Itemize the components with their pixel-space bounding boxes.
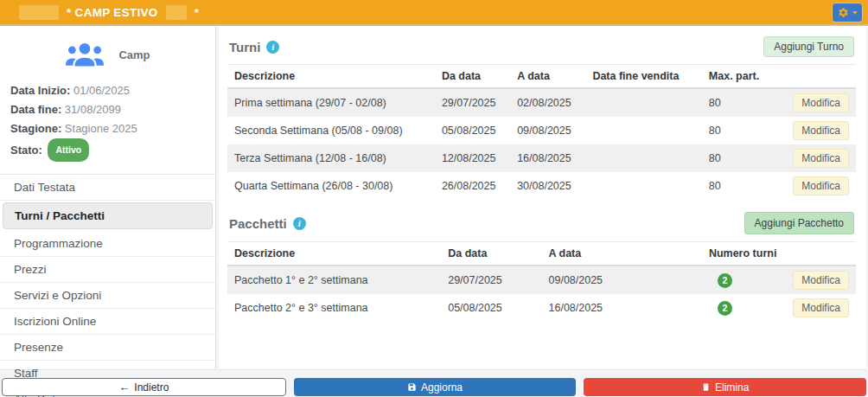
sidebar-item-programmazione[interactable]: Programmazione <box>0 231 215 257</box>
column-header: A data <box>510 65 585 89</box>
save-icon <box>407 382 417 392</box>
cell-da-data: 26/08/2025 <box>435 172 510 200</box>
app-title-star: * <box>195 6 200 19</box>
settings-dropdown-button[interactable] <box>832 3 863 22</box>
app-title: * CAMP ESTIVO <box>67 6 158 19</box>
sidebar-item-prezzi[interactable]: Prezzi <box>0 257 215 283</box>
camp-header: Camp <box>0 29 215 80</box>
cell-data-fine-vendita <box>585 172 701 200</box>
cell-da-data: 29/07/2025 <box>441 266 541 294</box>
sidebar-item-turni-pacchetti[interactable]: Turni / Pacchetti <box>3 202 213 229</box>
info-label: Data fine: <box>10 103 61 116</box>
cell-max-part: 80 <box>702 117 790 144</box>
table-row: Terza Settimana (12/08 - 16/08) 12/08/20… <box>227 144 856 172</box>
sidebar: Camp Data Inizio: 01/06/2025 Data fine: … <box>0 26 216 370</box>
cell-descrizione: Seconda Settimana (05/08 - 09/08) <box>227 117 435 144</box>
pacchetti-section-head: Pacchetti i Aggiungi Pacchetto <box>229 212 854 234</box>
table-row: Prima settimana (29/07 - 02/08) 29/07/20… <box>227 88 856 117</box>
modifica-button[interactable]: Modifica <box>793 121 849 140</box>
content-area: Camp Data Inizio: 01/06/2025 Data fine: … <box>0 26 868 370</box>
sidebar-item-presenze[interactable]: Presenze <box>0 335 215 361</box>
cell-data-fine-vendita <box>585 117 701 144</box>
cell-descrizione: Pacchetto 1° e 2° settimana <box>227 266 441 294</box>
column-header-actions <box>790 242 856 266</box>
cell-a-data: 16/08/2025 <box>542 294 702 322</box>
app-title-group: * CAMP ESTIVO * <box>19 5 199 20</box>
info-label: Data Inizio: <box>10 84 70 97</box>
cell-da-data: 05/08/2025 <box>441 294 541 322</box>
back-button[interactable]: ← Indietro <box>2 378 286 396</box>
table-row: Pacchetto 2° e 3° settimana 05/08/2025 1… <box>227 294 856 322</box>
table-row: Seconda Settimana (05/08 - 09/08) 05/08/… <box>227 117 856 144</box>
column-header-actions <box>790 65 856 89</box>
cell-data-fine-vendita <box>585 88 701 117</box>
info-line-data-fine: Data fine: 31/08/2099 <box>10 100 205 119</box>
info-icon[interactable]: i <box>266 41 279 54</box>
redacted-text-block <box>166 5 187 20</box>
cell-max-part: 80 <box>702 144 790 172</box>
pacchetti-title: Pacchetti i <box>229 216 306 231</box>
sidebar-item-dati-testata[interactable]: Dati Testata <box>0 175 215 201</box>
pacchetti-title-text: Pacchetti <box>229 216 287 231</box>
cell-descrizione: Prima settimana (29/07 - 02/08) <box>227 88 435 117</box>
users-group-icon <box>65 41 105 68</box>
info-line-stato: Stato: Attivo <box>10 138 205 162</box>
pacchetti-header-row: Descrizione Da data A data Numero turni <box>227 242 856 266</box>
chevron-down-icon <box>852 11 858 15</box>
cell-data-fine-vendita <box>585 144 701 172</box>
column-header: Da data <box>435 65 510 89</box>
gear-icon <box>838 7 849 18</box>
column-header: Da data <box>441 242 541 266</box>
cell-da-data: 12/08/2025 <box>435 144 510 172</box>
cell-descrizione: Terza Settimana (12/08 - 16/08) <box>227 144 435 172</box>
cell-descrizione: Quarta Settimana (26/08 - 30/08) <box>227 172 435 200</box>
cell-max-part: 80 <box>702 88 790 117</box>
table-row: Quarta Settimana (26/08 - 30/08) 26/08/2… <box>227 172 856 200</box>
info-line-stagione: Stagione: Stagione 2025 <box>10 119 205 138</box>
turni-title-text: Turni <box>229 40 260 54</box>
update-button-label: Aggiorna <box>421 381 463 394</box>
add-pacchetto-button[interactable]: Aggiungi Pacchetto <box>744 212 854 234</box>
info-icon[interactable]: i <box>293 217 306 230</box>
update-button[interactable]: Aggiorna <box>294 378 577 396</box>
turni-header-row: Descrizione Da data A data Data fine ven… <box>227 65 856 89</box>
cell-da-data: 05/08/2025 <box>435 117 510 144</box>
add-turno-button[interactable]: Aggiungi Turno <box>763 36 854 57</box>
column-header: Descrizione <box>227 65 435 89</box>
column-header: A data <box>542 242 702 266</box>
modifica-button[interactable]: Modifica <box>793 271 849 290</box>
trash-icon <box>701 382 711 392</box>
info-value: Stagione 2025 <box>65 122 137 135</box>
cell-descrizione: Pacchetto 2° e 3° settimana <box>227 294 441 322</box>
column-header: Max. part. <box>702 65 790 89</box>
footer-button-bar: ← Indietro Aggiorna Elimina <box>2 378 866 396</box>
pacchetti-section: Pacchetti i Aggiungi Pacchetto Descrizio… <box>227 212 856 322</box>
sidebar-nav: Dati Testata Turni / Pacchetti Programma… <box>0 175 215 397</box>
back-button-label: Indietro <box>134 381 169 394</box>
cell-max-part: 80 <box>702 172 790 200</box>
column-header: Descrizione <box>227 242 441 266</box>
cell-a-data: 02/08/2025 <box>510 88 585 117</box>
column-header: Numero turni <box>702 242 790 266</box>
modifica-button[interactable]: Modifica <box>793 93 849 112</box>
numero-turni-badge: 2 <box>718 301 732 316</box>
back-arrow-icon: ← <box>118 381 130 393</box>
table-row: Pacchetto 1° e 2° settimana 29/07/2025 0… <box>227 266 856 294</box>
modifica-button[interactable]: Modifica <box>793 176 849 195</box>
sidebar-item-servizi-e-opzioni[interactable]: Servizi e Opzioni <box>0 283 215 309</box>
info-line-data-inizio: Data Inizio: 01/06/2025 <box>10 81 205 100</box>
camp-info-block: Data Inizio: 01/06/2025 Data fine: 31/08… <box>0 80 215 167</box>
status-badge: Attivo <box>48 138 89 162</box>
sidebar-item-iscrizioni-online[interactable]: Iscrizioni Online <box>0 309 215 335</box>
pacchetti-table: Descrizione Da data A data Numero turni … <box>227 241 856 322</box>
column-header: Data fine vendita <box>585 65 701 89</box>
turni-section-head: Turni i Aggiungi Turno <box>229 36 854 57</box>
modifica-button[interactable]: Modifica <box>793 298 849 317</box>
delete-button[interactable]: Elimina <box>584 378 866 396</box>
app-header: * CAMP ESTIVO * <box>0 0 868 26</box>
delete-button-label: Elimina <box>715 381 749 394</box>
turni-title: Turni i <box>229 40 279 54</box>
cell-a-data: 09/08/2025 <box>510 117 585 144</box>
modifica-button[interactable]: Modifica <box>793 149 849 168</box>
info-label: Stato: <box>10 144 42 157</box>
